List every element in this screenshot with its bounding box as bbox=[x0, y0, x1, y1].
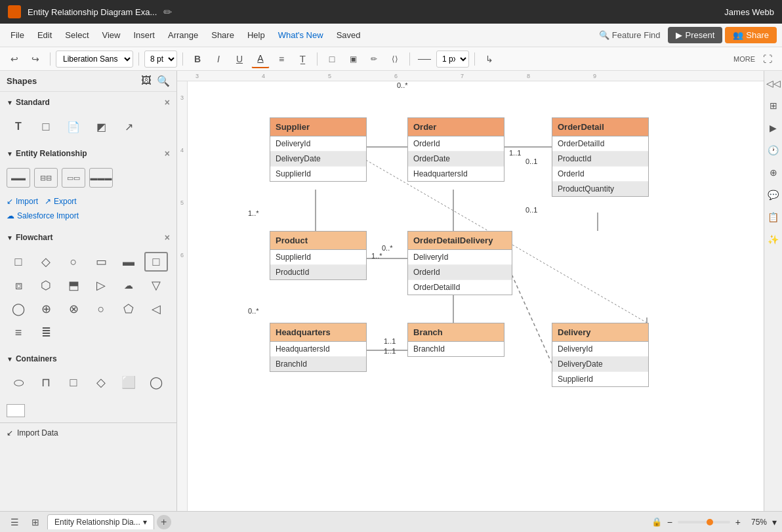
right-panel-ai[interactable]: ✨ bbox=[766, 232, 781, 247]
menu-whats-new[interactable]: What's New bbox=[273, 28, 329, 43]
zoom-slider-thumb[interactable] bbox=[707, 519, 713, 525]
line-color-button[interactable]: ✏ bbox=[365, 50, 383, 68]
menu-file[interactable]: File bbox=[5, 28, 30, 43]
right-panel-comment[interactable]: 💬 bbox=[766, 188, 781, 202]
fc-diamond[interactable]: ◇ bbox=[34, 252, 58, 272]
right-panel-history[interactable]: 🕐 bbox=[766, 143, 781, 157]
shape-note[interactable]: 📄 bbox=[62, 117, 85, 136]
align-button[interactable]: ≡ bbox=[272, 50, 291, 68]
fc-rect[interactable]: □ bbox=[7, 252, 30, 272]
fc-dbl-rect[interactable]: ⧈ bbox=[7, 276, 30, 295]
entity-product[interactable]: Product SupplierId ProductId bbox=[270, 231, 367, 280]
er-shape-3[interactable]: ▭▭ bbox=[62, 168, 85, 188]
fc-rect3[interactable]: □ bbox=[144, 252, 168, 272]
fullscreen-button[interactable]: ⛶ bbox=[758, 50, 777, 68]
fc-x-circle[interactable]: ⊗ bbox=[62, 299, 85, 319]
shape-text[interactable]: T bbox=[7, 117, 30, 136]
sidebar-section-standard[interactable]: ▼Standard × bbox=[0, 92, 176, 113]
right-panel-format[interactable]: ⊞ bbox=[766, 98, 781, 113]
fill-color-button[interactable]: ▣ bbox=[344, 50, 362, 68]
shape-fill-button[interactable]: □ bbox=[323, 50, 341, 68]
entity-branch[interactable]: Branch BranchId bbox=[407, 323, 504, 357]
line-style-button[interactable]: ── bbox=[415, 50, 434, 68]
tab-list-view-btn[interactable]: ☰ bbox=[5, 513, 24, 531]
entity-order[interactable]: Order OrderId OrderDate HeadquartersId bbox=[407, 117, 504, 182]
share-button[interactable]: 👥 Share bbox=[725, 27, 777, 43]
italic-button[interactable]: I bbox=[209, 50, 228, 68]
cont-ellipse[interactable]: ◯ bbox=[144, 373, 168, 392]
add-tab-button[interactable]: + bbox=[157, 515, 171, 529]
font-color-button[interactable]: A bbox=[251, 50, 270, 68]
menu-edit[interactable]: Edit bbox=[32, 28, 57, 43]
waypoint-button[interactable]: ↳ bbox=[480, 50, 499, 68]
fc-rect2[interactable]: ▭ bbox=[89, 252, 113, 272]
salesforce-import-link[interactable]: ☁ Salesforce Import bbox=[7, 211, 170, 220]
sidebar-section-flowchart[interactable]: ▼Flowchart × bbox=[0, 227, 176, 248]
more-button[interactable]: MORE bbox=[730, 50, 758, 68]
style-button[interactable]: ⟨⟩ bbox=[386, 50, 404, 68]
fc-circle2[interactable]: ○ bbox=[89, 299, 113, 319]
entity-delivery[interactable]: Delivery DeliveryId DeliveryDate Supplie… bbox=[552, 323, 649, 387]
tab-grid-view-btn[interactable]: ⊞ bbox=[26, 513, 45, 531]
fc-circle[interactable]: ◯ bbox=[7, 299, 30, 319]
fc-cloud[interactable]: ☁ bbox=[117, 276, 140, 295]
zoom-minus-btn[interactable]: − bbox=[667, 517, 672, 527]
current-tab[interactable]: Entity Relationship Dia... ▾ bbox=[47, 514, 154, 529]
close-er-section[interactable]: × bbox=[165, 148, 170, 159]
export-link[interactable]: ↗ Export bbox=[45, 197, 77, 206]
small-rect-shape[interactable] bbox=[7, 404, 25, 417]
line-width-select[interactable]: 1 px bbox=[436, 51, 469, 68]
shape-rect[interactable]: □ bbox=[34, 117, 58, 136]
undo-button[interactable]: ↩ bbox=[5, 50, 24, 68]
right-panel-presentation[interactable]: ▶ bbox=[766, 121, 781, 135]
sidebar-section-containers[interactable]: ▼Containers bbox=[0, 349, 176, 369]
cont-rounded[interactable]: ⬜ bbox=[117, 373, 140, 392]
font-family-select[interactable]: Liberation Sans bbox=[56, 51, 133, 68]
canvas[interactable]: 1..1 0..1 0..1 1..* 0..* 1..* 1..* 1..1 … bbox=[188, 81, 764, 511]
present-button[interactable]: ▶ Present bbox=[668, 27, 722, 43]
right-panel-pages[interactable]: 📋 bbox=[766, 210, 781, 224]
fc-lines1[interactable]: ≡ bbox=[7, 323, 30, 342]
import-link[interactable]: ↙ Import bbox=[7, 197, 38, 206]
fc-hex[interactable]: ⬡ bbox=[34, 276, 58, 295]
feature-find-btn[interactable]: 🔍 Feature Find bbox=[599, 30, 661, 40]
shape-arrow[interactable]: ↗ bbox=[117, 117, 140, 136]
canvas-area[interactable]: 3 4 5 6 7 8 9 3 4 5 6 bbox=[177, 71, 764, 511]
right-panel-layers[interactable]: ⊕ bbox=[766, 165, 781, 180]
fc-pentagon[interactable]: ⬠ bbox=[117, 299, 140, 319]
menu-help[interactable]: Help bbox=[242, 28, 270, 43]
shape-half-fill[interactable]: ◩ bbox=[89, 117, 113, 136]
tab-dropdown-icon[interactable]: ▾ bbox=[143, 518, 147, 527]
redo-button[interactable]: ↪ bbox=[26, 50, 45, 68]
fc-parallelogram[interactable]: ▬ bbox=[117, 252, 140, 272]
menu-share[interactable]: Share bbox=[206, 28, 239, 43]
import-data-btn[interactable]: ↙ Import Data bbox=[0, 422, 176, 443]
entity-order-detail[interactable]: OrderDetail OrderDetailId ProductId Orde… bbox=[552, 117, 649, 197]
sidebar-section-er[interactable]: ▼Entity Relationship × bbox=[0, 143, 176, 164]
zoom-plus-btn[interactable]: + bbox=[735, 517, 741, 527]
font-size-select[interactable]: 8 pt bbox=[144, 51, 177, 68]
zoom-slider[interactable] bbox=[678, 521, 730, 523]
cont-diamond[interactable]: ◇ bbox=[89, 373, 113, 392]
right-panel-expand[interactable]: ◁◁ bbox=[766, 76, 781, 91]
bold-button[interactable]: B bbox=[188, 50, 207, 68]
lock-icon[interactable]: 🔒 bbox=[651, 517, 662, 527]
entity-headquarters[interactable]: Headquarters HeadquartersId BranchId bbox=[270, 323, 367, 372]
zoom-dropdown-icon[interactable]: ▾ bbox=[772, 517, 777, 527]
er-shape-2[interactable]: ⊟⊟ bbox=[34, 168, 58, 188]
menu-insert[interactable]: Insert bbox=[128, 28, 160, 43]
menu-arrange[interactable]: Arrange bbox=[163, 28, 203, 43]
er-shape-1[interactable]: ▬▬ bbox=[7, 168, 30, 188]
cont-cylinder[interactable]: ⬭ bbox=[7, 373, 30, 392]
entity-supplier[interactable]: Supplier DeliveryId DeliveryDate Supplie… bbox=[270, 117, 367, 182]
menu-view[interactable]: View bbox=[97, 28, 126, 43]
menu-select[interactable]: Select bbox=[60, 28, 94, 43]
fc-trap[interactable]: ⬒ bbox=[62, 276, 85, 295]
er-shape-4[interactable]: ▬▬▬ bbox=[89, 168, 113, 188]
text-format-button[interactable]: T̲ bbox=[293, 50, 312, 68]
fc-arrow-r[interactable]: ▷ bbox=[89, 276, 113, 295]
cont-bracket[interactable]: ⊓ bbox=[34, 373, 58, 392]
cont-rect[interactable]: □ bbox=[62, 373, 85, 392]
fc-tri[interactable]: ▽ bbox=[144, 276, 168, 295]
fc-plus-circle[interactable]: ⊕ bbox=[34, 299, 58, 319]
